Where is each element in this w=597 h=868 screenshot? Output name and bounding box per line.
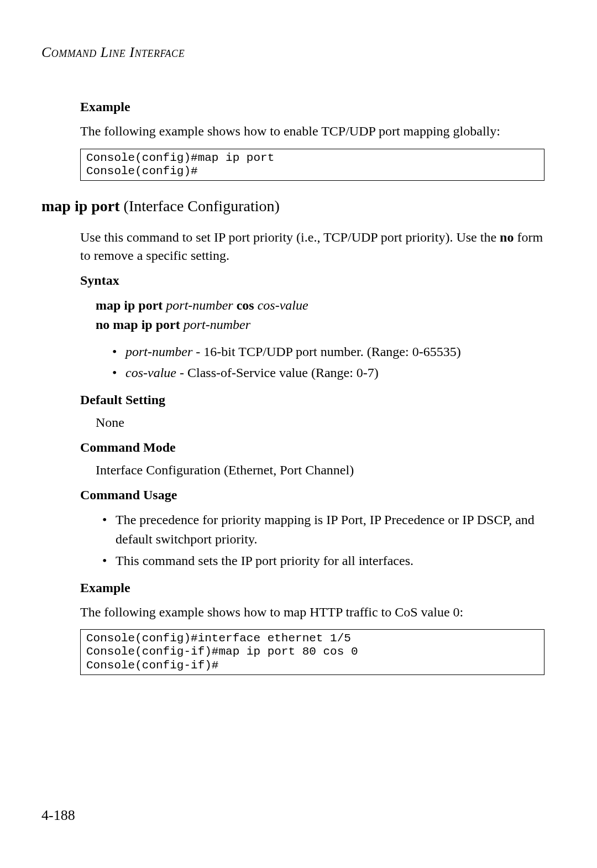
- syntax-heading: Syntax: [80, 273, 544, 288]
- intro-part-a: Use this command to set IP port priority…: [80, 230, 500, 244]
- param-desc-2: - Class-of-Service value (Range: 0-7): [176, 365, 379, 380]
- syntax-l1-cmd: map ip port: [96, 298, 163, 312]
- list-item: • port-number - 16-bit TCP/UDP port numb…: [112, 342, 544, 362]
- page-header: Command Line Interface: [41, 44, 544, 61]
- syntax-lines: map ip port port-number cos cos-value no…: [96, 296, 544, 334]
- param-name-1: port-number: [125, 344, 192, 359]
- usage-heading: Command Usage: [80, 488, 544, 503]
- code-block-1: Console(config)#map ip port Console(conf…: [80, 149, 544, 181]
- usage-list: • The precedence for priority mapping is…: [102, 510, 544, 570]
- syntax-l2-arg: port-number: [184, 317, 250, 332]
- usage-item-1: The precedence for priority mapping is I…: [116, 510, 544, 549]
- example-text-2: The following example shows how to map H…: [80, 603, 544, 622]
- code-block-2: Console(config)#interface ethernet 1/5 C…: [80, 629, 544, 674]
- list-item: • cos-value - Class-of-Service value (Ra…: [112, 363, 544, 383]
- param-desc-1: - 16-bit TCP/UDP port number. (Range: 0-…: [192, 344, 460, 359]
- section-title-context: (Interface Configuration): [120, 197, 280, 215]
- param-name-2: cos-value: [125, 365, 176, 380]
- example-heading-1: Example: [80, 100, 544, 114]
- page-number: 4-188: [41, 807, 75, 824]
- default-value: None: [96, 415, 544, 430]
- section-title-cmd: map ip port: [41, 197, 120, 215]
- list-item: • The precedence for priority mapping is…: [102, 510, 544, 549]
- syntax-l2-cmd: no map ip port: [96, 317, 180, 332]
- mode-value: Interface Configuration (Ethernet, Port …: [96, 463, 544, 478]
- intro-paragraph: Use this command to set IP port priority…: [80, 228, 544, 265]
- example-text-1: The following example shows how to enabl…: [80, 122, 544, 141]
- usage-item-2: This command sets the IP port priority f…: [116, 551, 544, 571]
- section-title: map ip port (Interface Configuration): [41, 197, 544, 215]
- default-heading: Default Setting: [80, 393, 544, 407]
- syntax-l1-cos: cos: [237, 298, 254, 312]
- intro-no-keyword: no: [500, 230, 514, 244]
- example-heading-2: Example: [80, 581, 544, 595]
- syntax-l1-arg2: cos-value: [258, 298, 308, 312]
- syntax-param-list: • port-number - 16-bit TCP/UDP port numb…: [112, 342, 544, 383]
- syntax-l1-arg1: port-number: [166, 298, 233, 312]
- list-item: • This command sets the IP port priority…: [102, 551, 544, 571]
- mode-heading: Command Mode: [80, 440, 544, 455]
